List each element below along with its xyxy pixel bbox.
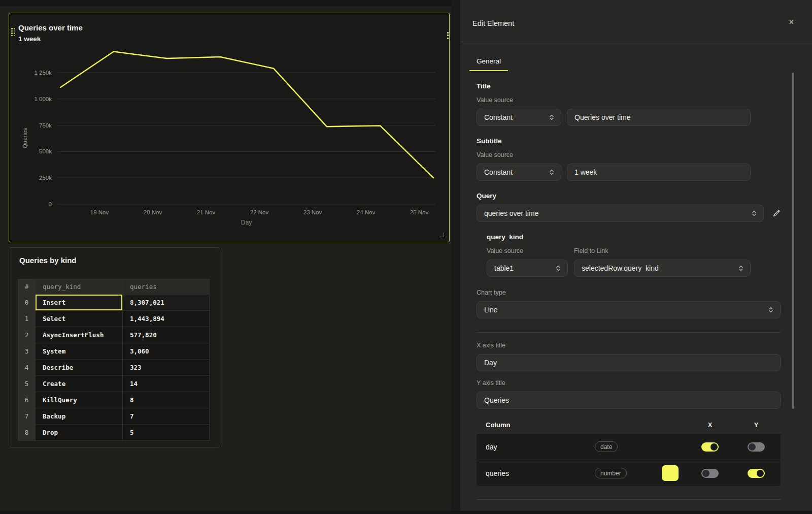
query-kind-cell[interactable]: System	[36, 343, 123, 360]
row-index-cell[interactable]: 0	[18, 295, 36, 311]
svg-text:250k: 250k	[39, 175, 52, 181]
tab-general[interactable]: General	[469, 55, 508, 71]
svg-text:750k: 750k	[39, 122, 52, 128]
subtitle-value-input[interactable]: 1 week	[567, 164, 751, 181]
query-kind-cell[interactable]: KillQuery	[36, 392, 123, 408]
chart-title: Queries over time	[18, 23, 83, 32]
queries-cell[interactable]: 5	[123, 425, 210, 441]
subtitle-source-select[interactable]: Constant	[477, 164, 561, 181]
query-kind-cell[interactable]: Create	[36, 376, 123, 392]
query-kind-cell[interactable]: Backup	[36, 408, 123, 425]
queries-cell[interactable]: 3,060	[123, 343, 210, 360]
y-axis-toggle[interactable]	[748, 442, 765, 452]
chart-type-label: Chart type	[477, 289, 781, 296]
row-index-cell[interactable]: 2	[18, 327, 36, 343]
query-section-label: Query	[477, 192, 781, 200]
queries-cell[interactable]: 8,307,021	[123, 295, 210, 311]
toggle-knob	[749, 443, 756, 451]
panel-scrollbar[interactable]	[792, 73, 794, 409]
queries-cell[interactable]: 323	[123, 360, 210, 376]
config-header-x: X	[688, 421, 732, 429]
queries-line-chart: 0250k500k750k1 000k1 250kQueries19 Nov20…	[9, 13, 449, 241]
queries-cell[interactable]: 7	[123, 408, 210, 425]
queries-cell[interactable]: 14	[123, 376, 210, 392]
svg-text:500k: 500k	[39, 148, 52, 154]
svg-text:21 Nov: 21 Nov	[197, 209, 216, 215]
query-kind-field-select[interactable]: selectedRow.query_kind	[574, 260, 751, 277]
svg-text:24 Nov: 24 Nov	[357, 209, 376, 215]
x-axis-toggle[interactable]	[701, 469, 719, 478]
row-index-cell[interactable]: 6	[18, 392, 36, 408]
svg-text:1 000k: 1 000k	[34, 96, 52, 102]
chevron-up-down-icon	[549, 168, 555, 176]
svg-text:Day: Day	[241, 219, 252, 226]
row-index-cell[interactable]: 8	[18, 425, 36, 441]
query-kind-label: query_kind	[487, 233, 781, 241]
table-header-row: #query_kindqueries	[18, 279, 210, 295]
config-header-column: Column	[477, 421, 595, 429]
query-kind-source-value: table1	[494, 264, 555, 272]
query-kind-cell[interactable]: Insert	[36, 295, 123, 311]
query-kind-cell[interactable]: Describe	[36, 360, 123, 376]
table-row: 3System3,060	[18, 343, 210, 360]
title-value-input[interactable]: Queries over time	[567, 109, 751, 126]
columns-config-table: Column X Y daydatequeriesnumber	[477, 416, 781, 486]
title-value-source-label: Value source	[477, 97, 781, 104]
svg-text:22 Nov: 22 Nov	[250, 209, 269, 215]
chart-type-value: Line	[484, 306, 768, 314]
chart-card-queries-over-time[interactable]: 0250k500k750k1 000k1 250kQueries19 Nov20…	[9, 13, 450, 242]
svg-text:19 Nov: 19 Nov	[90, 209, 109, 215]
table-row: 2AsyncInsertFlush577,820	[18, 327, 210, 343]
svg-text:0: 0	[49, 201, 52, 207]
y-axis-title-value: Queries	[484, 396, 774, 404]
query-kind-source-label: Value source	[487, 247, 574, 254]
x-axis-toggle[interactable]	[701, 442, 719, 452]
series-color-swatch[interactable]	[662, 465, 679, 481]
edit-panel-title: Edit Element	[472, 19, 514, 27]
type-badge: date	[595, 441, 618, 452]
title-source-select[interactable]: Constant	[477, 109, 561, 126]
title-source-value: Constant	[484, 113, 549, 121]
subtitle-section-label: Subtitle	[477, 137, 781, 145]
x-axis-title-input[interactable]: Day	[477, 354, 781, 371]
row-index-cell[interactable]: 4	[18, 360, 36, 376]
card-menu-icon[interactable]	[446, 32, 450, 39]
x-axis-title-label: X axis title	[477, 342, 781, 349]
query-kind-cell[interactable]: AsyncInsertFlush	[36, 327, 123, 343]
queries-by-kind-table: #query_kindqueries 0Insert8,307,0211Sele…	[18, 279, 210, 441]
svg-text:23 Nov: 23 Nov	[303, 209, 322, 215]
table-row: 7Backup7	[18, 408, 210, 425]
section-divider	[477, 499, 781, 500]
table-card-title: Queries by kind	[19, 256, 77, 265]
chart-type-select[interactable]: Line	[477, 301, 781, 318]
query-edit-button[interactable]	[764, 205, 781, 222]
y-axis-title-input[interactable]: Queries	[477, 392, 781, 409]
subtitle-source-value: Constant	[484, 168, 549, 176]
query-kind-source-select[interactable]: table1	[487, 260, 568, 277]
query-select[interactable]: queries over time	[477, 205, 764, 222]
row-index-cell[interactable]: 1	[18, 311, 36, 327]
queries-cell[interactable]: 577,820	[123, 327, 210, 343]
y-axis-title-label: Y axis title	[477, 379, 781, 387]
query-select-value: queries over time	[484, 209, 751, 217]
toggle-knob	[710, 443, 718, 451]
row-index-cell[interactable]: 5	[18, 376, 36, 392]
y-axis-toggle[interactable]	[748, 469, 765, 478]
resize-handle-icon[interactable]	[439, 233, 444, 237]
table-header-query_kind: query_kind	[36, 279, 123, 295]
queries-cell[interactable]: 1,443,894	[123, 311, 210, 327]
title-value-text: Queries over time	[574, 113, 744, 121]
close-icon[interactable]: ✕	[789, 19, 794, 25]
query-kind-cell[interactable]: Drop	[36, 425, 123, 441]
config-column-name: queries	[477, 469, 595, 477]
config-header-y: Y	[732, 421, 781, 429]
table-row: 4Describe323	[18, 360, 210, 376]
table-row: 8Drop5	[18, 425, 210, 441]
row-index-cell[interactable]: 7	[18, 408, 36, 425]
svg-text:1 250k: 1 250k	[34, 70, 52, 76]
table-row: 5Create14	[18, 376, 210, 392]
query-kind-cell[interactable]: Select	[36, 311, 123, 327]
row-index-cell[interactable]: 3	[18, 343, 36, 360]
queries-cell[interactable]: 8	[123, 392, 210, 408]
chevron-up-down-icon	[768, 306, 774, 314]
